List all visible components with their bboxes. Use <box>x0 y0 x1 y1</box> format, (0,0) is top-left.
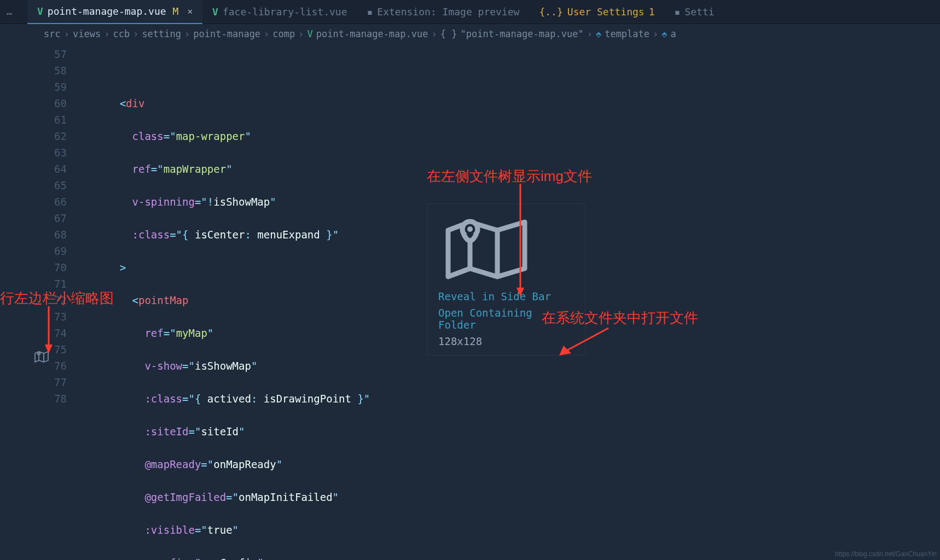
tab-bar: V point-manage-map.vue M ✕ V face-librar… <box>0 0 940 24</box>
tab-label: face-library-list.vue <box>223 6 347 18</box>
tab-label: Extension: Image preview <box>377 6 519 18</box>
breadcrumb-part[interactable]: point-manage <box>193 28 260 39</box>
modified-badge: M <box>173 5 179 17</box>
breadcrumb-part[interactable]: comp <box>272 28 295 39</box>
tab-face-library-list[interactable]: V face-library-list.vue <box>202 0 357 24</box>
tab-settings-overflow[interactable]: ▪ Setti <box>665 0 724 24</box>
tab-extension-image-preview[interactable]: ▪ Extension: Image preview <box>357 0 530 24</box>
open-containing-folder-link[interactable]: Open Containing Folder <box>438 307 574 331</box>
tab-user-settings[interactable]: {..} User Settings 1 <box>529 0 664 24</box>
image-dimensions: 128x128 <box>438 335 574 347</box>
breadcrumb[interactable]: src› views› ccb› setting› point-manage› … <box>0 24 940 44</box>
activity-menu[interactable]: ⋯ <box>7 8 11 19</box>
settings-badge: 1 <box>649 6 655 18</box>
reveal-in-sidebar-link[interactable]: Reveal in Side Bar <box>438 290 574 302</box>
breadcrumb-part[interactable]: ccb <box>113 28 130 39</box>
image-preview-popup: Reveal in Side Bar Open Containing Folde… <box>427 203 585 355</box>
breadcrumb-part[interactable]: views <box>73 28 101 39</box>
breadcrumb-last[interactable]: a <box>671 28 676 39</box>
line-gutter: 57 58 59 60 61 62 63 64 65 66 67 68 69 7… <box>0 44 82 560</box>
breadcrumb-part[interactable]: src <box>44 28 61 39</box>
breadcrumb-file[interactable]: point-manage-map.vue <box>316 28 428 39</box>
breadcrumb-part[interactable]: setting <box>142 28 181 39</box>
code-editor[interactable]: 57 58 59 60 61 62 63 64 65 66 67 68 69 7… <box>0 44 940 560</box>
breadcrumb-template[interactable]: template <box>605 28 649 39</box>
tab-label: Setti <box>684 6 714 18</box>
vue-icon: V <box>212 6 218 18</box>
tab-label: point-manage-map.vue <box>48 5 166 17</box>
vue-icon: V <box>307 28 313 39</box>
extension-icon: ▪ <box>367 6 373 18</box>
svg-point-3 <box>467 226 473 232</box>
close-icon[interactable]: ✕ <box>187 6 193 16</box>
cube-icon: ⬘ <box>662 28 667 39</box>
cube-icon: ⬘ <box>596 28 601 39</box>
breadcrumb-symbol[interactable]: "point-manage-map.vue" <box>460 28 583 39</box>
gutter-thumbnail-icon[interactable] <box>34 351 49 363</box>
watermark: https://blog.csdn.net/GanChuanYin <box>835 550 937 558</box>
settings-icon: {..} <box>539 6 562 18</box>
map-icon <box>443 214 530 279</box>
vue-icon: V <box>37 5 43 17</box>
brace-icon: { } <box>440 28 457 39</box>
extension-icon: ▪ <box>675 6 681 18</box>
tab-point-manage-map[interactable]: V point-manage-map.vue M ✕ <box>27 0 202 24</box>
tab-label: User Settings <box>567 6 645 18</box>
